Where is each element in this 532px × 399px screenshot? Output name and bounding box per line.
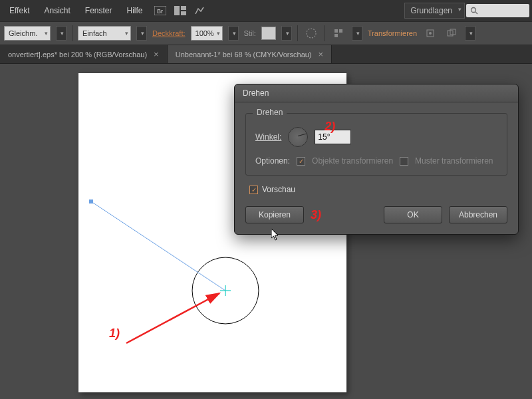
options-label: Optionen:	[255, 156, 290, 166]
menu-effekt[interactable]: Effekt	[3, 2, 36, 19]
bridge-icon[interactable]: Br	[151, 3, 170, 19]
align-arrow[interactable]	[352, 26, 362, 41]
preview-label: Vorschau	[262, 185, 295, 194]
doc-tab-1-label: onvertiert].eps* bei 200 % (RGB/Vorschau…	[8, 51, 147, 59]
transform-patterns-checkbox	[400, 157, 408, 166]
svg-point-12	[429, 32, 432, 35]
rotate-dialog: Drehen Drehen Winkel: 2) Optionen: ✓ Obj…	[234, 84, 519, 235]
doc-tab-2[interactable]: Unbenannt-1* bei 68 % (CMYK/Vorschau) ×	[168, 45, 332, 63]
divider	[72, 25, 72, 41]
svg-line-6	[475, 12, 477, 14]
stroke-profile-arrow[interactable]	[56, 26, 66, 41]
isolate-icon[interactable]	[422, 25, 438, 41]
recolor-icon[interactable]	[303, 25, 319, 41]
copy-button[interactable]: Kopieren	[245, 206, 304, 223]
style-swatch[interactable]	[261, 27, 276, 40]
align-icon[interactable]	[331, 25, 346, 41]
transform-patterns-label: Muster transformieren	[415, 156, 493, 166]
mask-icon[interactable]	[444, 25, 460, 41]
dialog-title: Drehen	[235, 84, 518, 102]
brush-arrow[interactable]	[136, 26, 147, 41]
svg-text:Br: Br	[157, 8, 163, 15]
close-icon[interactable]: ×	[319, 49, 324, 59]
search-icon	[470, 7, 478, 15]
menu-hilfe[interactable]: Hilfe	[120, 2, 150, 19]
brush-dropdown[interactable]: Einfach	[78, 26, 131, 41]
svg-rect-3	[181, 6, 186, 10]
stroke-profile-dropdown[interactable]: Gleichm.	[4, 26, 51, 41]
opacity-dropdown[interactable]: 100%	[191, 26, 223, 41]
divider	[297, 25, 298, 41]
transform-link[interactable]: Transformieren	[368, 29, 417, 37]
group-legend: Drehen	[253, 108, 287, 117]
opacity-label[interactable]: Deckkraft:	[152, 29, 186, 37]
svg-point-7	[307, 29, 316, 38]
opacity-arrow[interactable]	[228, 26, 239, 41]
doc-tab-1[interactable]: onvertiert].eps* bei 200 % (RGB/Vorschau…	[0, 45, 168, 63]
svg-rect-8	[334, 29, 338, 33]
svg-point-5	[471, 8, 476, 13]
divider	[325, 25, 325, 41]
doc-tab-2-label: Unbenannt-1* bei 68 % (CMYK/Vorschau)	[176, 51, 312, 59]
style-label: Stil:	[244, 29, 256, 37]
search-input[interactable]	[466, 4, 529, 17]
angle-dial[interactable]	[288, 127, 308, 147]
gpu-icon[interactable]	[191, 3, 209, 19]
workspace-switcher[interactable]: Grundlagen	[404, 3, 465, 19]
annotation-2: 2)	[325, 120, 335, 134]
style-arrow[interactable]	[281, 26, 292, 41]
svg-rect-10	[334, 34, 338, 37]
transform-objects-label: Objekte transformieren	[312, 156, 393, 166]
arrange-docs-icon[interactable]	[171, 3, 190, 19]
preview-checkbox[interactable]: ✓	[249, 186, 258, 194]
menu-ansicht[interactable]: Ansicht	[37, 2, 76, 19]
angle-label: Winkel:	[255, 132, 281, 142]
close-icon[interactable]: ×	[154, 49, 159, 59]
mask-arrow[interactable]	[465, 26, 475, 41]
svg-rect-9	[339, 29, 342, 33]
svg-rect-4	[181, 11, 186, 15]
ok-button[interactable]: OK	[384, 206, 442, 223]
cursor-icon	[271, 229, 281, 241]
annotation-1: 1)	[109, 327, 120, 340]
svg-rect-2	[174, 6, 180, 15]
rotate-group: Drehen Winkel: 2) Optionen: ✓ Objekte tr…	[245, 113, 507, 176]
annotation-3: 3)	[311, 208, 321, 222]
cancel-button[interactable]: Abbrechen	[449, 206, 507, 223]
transform-objects-checkbox: ✓	[297, 157, 305, 166]
menu-fenster[interactable]: Fenster	[78, 2, 119, 19]
